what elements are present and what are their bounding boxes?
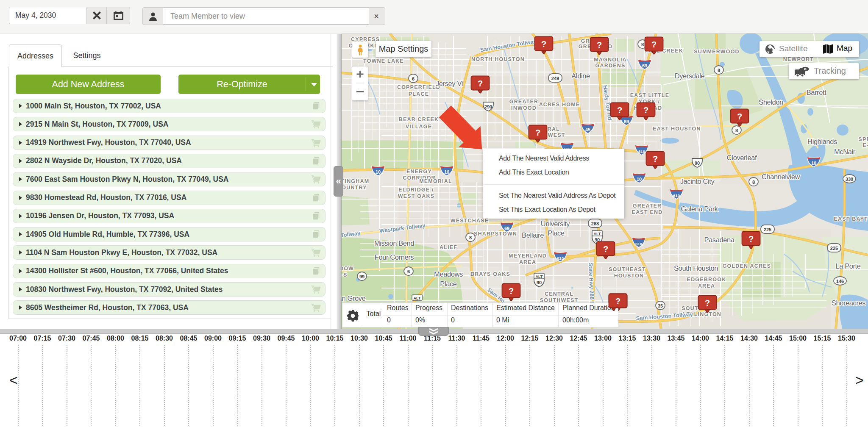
svg-text:69: 69 (504, 226, 509, 231)
svg-text:?: ? (509, 286, 514, 296)
svg-text:ACRES HOME: ACRES HOME (539, 102, 580, 108)
svg-text:Dyersdale: Dyersdale (675, 72, 705, 80)
svg-text:Jacinto City: Jacinto City (680, 177, 715, 185)
svg-text:?: ? (737, 112, 742, 121)
svg-text:MEMORIAL: MEMORIAL (419, 178, 452, 184)
svg-text:PLACE: PLACE (409, 91, 429, 97)
svg-text:SOUTHEAST: SOUTHEAST (609, 266, 646, 272)
svg-text:99: 99 (359, 274, 364, 279)
svg-text:90: 90 (537, 280, 542, 285)
svg-text:AREA: AREA (519, 259, 536, 265)
svg-text:Highlands: Highlands (807, 138, 837, 145)
svg-text:Cloverleaf: Cloverleaf (727, 154, 757, 161)
svg-text:GREATER: GREATER (509, 99, 539, 105)
svg-text:BRAYS OAKS: BRAYS OAKS (470, 271, 510, 277)
svg-text:?: ? (617, 105, 622, 115)
svg-text:Sheldon: Sheldon (759, 98, 783, 106)
svg-text:610: 610 (673, 193, 680, 198)
svg-text:Mission Bend: Mission Bend (374, 239, 414, 247)
svg-text:?: ? (653, 154, 658, 164)
svg-text:WEST OAKS: WEST OAKS (398, 193, 435, 199)
svg-text:ALIEF: ALIEF (440, 244, 457, 250)
svg-text:?: ? (603, 244, 608, 254)
svg-text:TINGHAM: TINGHAM (342, 178, 369, 184)
svg-text:10: 10 (811, 161, 816, 166)
svg-text:146: 146 (836, 279, 844, 284)
svg-text:GARDENS: GARDENS (595, 63, 626, 69)
svg-text:10: 10 (376, 169, 381, 175)
svg-text:ALT: ALT (536, 274, 543, 279)
svg-text:TOWNE LAKE: TOWNE LAKE (363, 58, 404, 64)
svg-text:330: 330 (846, 177, 853, 182)
svg-text:ELDRIDGE /: ELDRIDGE / (398, 187, 434, 193)
svg-text:225: 225 (764, 227, 771, 232)
svg-text:Bellaire: Bellaire (522, 231, 544, 239)
svg-text:GOLDEN ACRES: GOLDEN ACRES (723, 263, 771, 269)
svg-text:69: 69 (624, 119, 629, 124)
svg-text:INWOOD: INWOOD (511, 105, 537, 111)
svg-text:90: 90 (695, 161, 700, 166)
svg-text:MEYERLAND: MEYERLAND (509, 253, 547, 259)
svg-text:6: 6 (407, 269, 410, 274)
svg-text:EAST LITTLE: EAST LITTLE (630, 92, 669, 98)
svg-text:COPPERFIELD: COPPERFIELD (397, 84, 440, 90)
svg-text:225: 225 (830, 246, 838, 251)
svg-text:?: ? (643, 105, 648, 115)
svg-text:WESTCHASE: WESTCHASE (451, 218, 489, 224)
svg-text:8: 8 (718, 68, 720, 73)
svg-text:University: University (541, 220, 570, 227)
svg-text:E-: E- (863, 142, 868, 148)
svg-text:HOUSTON: HOUSTON (614, 273, 644, 279)
svg-text:CENTRAL: CENTRAL (545, 291, 573, 297)
svg-text:Shoreacres: Shoreacres (832, 299, 866, 307)
svg-text:NORTH HOUSTON: NORTH HOUSTON (471, 56, 525, 62)
svg-text:SPR: SPR (858, 136, 868, 142)
svg-text:?: ? (705, 298, 710, 308)
svg-text:EAST HOUSTON: EAST HOUSTON (653, 126, 701, 132)
svg-text:ALT: ALT (414, 296, 421, 300)
svg-text:Barrett: Barrett (807, 89, 827, 96)
svg-text:Jersey Vi: Jersey Vi (436, 80, 463, 87)
svg-text:69: 69 (642, 63, 647, 68)
svg-text:?: ? (535, 128, 540, 137)
svg-text:EAST BAYTO: EAST BAYTO (834, 216, 868, 222)
svg-text:Meadows: Meadows (434, 270, 463, 278)
svg-text:SUMMERWOOD: SUMMERWOOD (694, 49, 740, 55)
svg-text:8: 8 (641, 42, 644, 47)
svg-text:610: 610 (557, 256, 564, 261)
svg-text:AREA: AREA (698, 283, 715, 289)
svg-text:DOW: DOW (342, 266, 354, 272)
svg-text:?: ? (478, 79, 483, 88)
svg-text:?: ? (597, 40, 602, 50)
svg-text:249: 249 (551, 76, 559, 81)
svg-text:?: ? (651, 40, 657, 49)
svg-text:Channelview: Channelview (762, 173, 800, 180)
svg-text:8: 8 (752, 180, 755, 185)
svg-text:Place: Place (440, 280, 456, 288)
svg-text:610: 610 (638, 149, 645, 154)
svg-text:ALT: ALT (594, 232, 601, 236)
svg-text:OUNTRY: OUNTRY (342, 185, 367, 191)
svg-text:Pasadena: Pasadena (704, 236, 734, 244)
svg-text:Galena Park: Galena Park (681, 205, 718, 213)
svg-text:McNair: McNair (834, 148, 856, 155)
svg-text:?: ? (541, 39, 546, 49)
svg-text:ENERGY: ENERGY (406, 169, 432, 175)
svg-text:10: 10 (444, 169, 449, 175)
svg-text:La Porte: La Porte (835, 262, 860, 270)
svg-text:8: 8 (735, 128, 738, 133)
svg-text:GREATER: GREATER (633, 203, 662, 209)
svg-text:SHARPSTOWN: SHARPSTOWN (474, 231, 517, 237)
svg-text:BEAR CREEK: BEAR CREEK (399, 116, 439, 122)
svg-text:Four Corners: Four Corners (375, 253, 414, 261)
svg-text:NEWPORT: NEWPORT (783, 56, 814, 62)
svg-text:288: 288 (591, 221, 599, 226)
svg-text:MAGNOLIA: MAGNOLIA (594, 57, 627, 63)
svg-text:610: 610 (635, 241, 642, 246)
svg-text:South Houston: South Houston (674, 264, 718, 272)
svg-text:?: ? (615, 297, 620, 306)
svg-text:10: 10 (637, 177, 642, 182)
svg-text:45: 45 (585, 127, 590, 132)
svg-text:?: ? (748, 234, 754, 244)
svg-text:VILLAGE: VILLAGE (406, 124, 432, 130)
